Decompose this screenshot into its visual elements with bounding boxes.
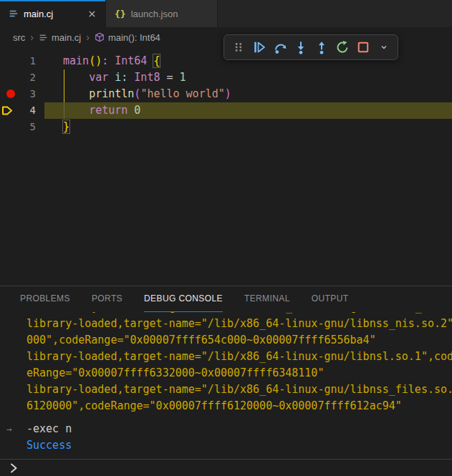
line-number: 2 — [0, 69, 36, 86]
panel-tab-bar: PROBLEMS PORTS DEBUG CONSOLE TERMINAL OU… — [0, 286, 452, 312]
console-row: 000",codeRange="0x00007ffff654c000~0x000… — [0, 332, 452, 349]
breadcrumb-label: src — [13, 32, 25, 43]
step-into-icon[interactable] — [291, 37, 310, 57]
code-line-content[interactable]: var i: Int8 = 1 — [44, 69, 452, 86]
indent-guide — [64, 102, 64, 119]
code-line: 5} — [0, 119, 452, 135]
breadcrumb-separator: › — [86, 31, 90, 43]
file-lines-icon — [9, 9, 19, 19]
tab-main-cj[interactable]: main.cj — [0, 0, 106, 27]
console-row: →-exec n — [0, 421, 452, 437]
json-braces-icon: {} — [115, 9, 126, 19]
console-row: library-loaded,target-name="/lib/x86_64-… — [0, 349, 452, 365]
panel-tab-output[interactable]: OUTPUT — [312, 286, 349, 312]
active-tab-indicator — [0, 0, 105, 1]
editor-gutter[interactable]: 5 — [0, 119, 44, 135]
stop-icon[interactable] — [353, 37, 372, 57]
chevron-right-icon — [9, 463, 19, 473]
editor-gutter[interactable]: 3 — [0, 86, 44, 102]
code-editor: 1main(): Int64 {2 var i: Int8 = 13 print… — [0, 47, 452, 286]
indent-guide-active — [64, 69, 64, 102]
tab-label: launch.json — [131, 9, 178, 19]
debug-console-output[interactable]: library-loaded,target-name="/lib/x86_64-… — [0, 312, 452, 459]
console-row: library-loaded,target-name="/lib/x86_64-… — [0, 316, 452, 332]
breadcrumb-item-src[interactable]: src — [13, 32, 25, 43]
editor-gutter[interactable]: 1 — [0, 53, 44, 69]
continue-icon[interactable] — [249, 37, 269, 57]
code-line: 3 println("hello world") — [0, 86, 452, 102]
line-number: 5 — [0, 119, 36, 135]
symbol-method-icon — [95, 32, 105, 42]
console-row: eRange="0x00007ffff6332000~0x00007ffff63… — [0, 365, 452, 382]
input-echo-arrow-icon: → — [6, 421, 12, 437]
editor-gutter[interactable]: 2 — [0, 69, 44, 86]
debug-console-input[interactable] — [0, 459, 452, 476]
close-icon[interactable] — [87, 9, 97, 19]
code-line-content[interactable]: println("hello world") — [44, 86, 452, 102]
console-row: 6120000",codeRange="0x00007ffff6120000~0… — [0, 398, 452, 414]
breadcrumb-label: main.cj — [52, 32, 81, 43]
step-over-icon[interactable] — [270, 37, 289, 57]
chevron-down-icon[interactable] — [374, 37, 393, 57]
breadcrumb-label: main(): Int64 — [108, 32, 160, 43]
file-lines-icon — [39, 33, 48, 42]
line-number: 3 — [0, 86, 36, 102]
panel-tab-problems[interactable]: PROBLEMS — [20, 286, 70, 312]
code-line-content[interactable]: return 0 — [44, 102, 452, 119]
panel-tab-debug-console[interactable]: DEBUG CONSOLE — [144, 286, 223, 312]
step-out-icon[interactable] — [312, 37, 331, 57]
editor-gutter[interactable]: 4 — [0, 102, 44, 119]
restart-icon[interactable] — [332, 37, 352, 57]
code-line-content[interactable]: } — [44, 119, 452, 135]
line-number: 1 — [0, 53, 36, 69]
code-line: 4 return 0 — [0, 102, 452, 119]
tab-label: main.cj — [24, 9, 53, 19]
panel-tab-ports[interactable]: PORTS — [92, 286, 122, 312]
breadcrumb-separator: › — [30, 31, 34, 43]
breakpoint-icon[interactable] — [6, 89, 15, 98]
panel-tab-terminal[interactable]: TERMINAL — [244, 286, 290, 312]
debug-current-line-arrow-icon — [1, 105, 14, 116]
breadcrumb-item-main-symbol[interactable]: main(): Int64 — [95, 32, 160, 43]
breadcrumb-item-main-cj[interactable]: main.cj — [39, 32, 81, 43]
drag-handle-icon[interactable] — [229, 37, 248, 57]
tab-launch-json[interactable]: {} launch.json — [106, 0, 218, 27]
vscode-debug-window: main.cj {} launch.json src › main.cj › m… — [0, 0, 452, 476]
code-line: 2 var i: Int8 = 1 — [0, 69, 452, 86]
console-row: Success — [0, 437, 452, 454]
editor-tab-bar: main.cj {} launch.json — [0, 0, 452, 27]
console-row: library-loaded,target-name="/lib/x86_64-… — [0, 382, 452, 398]
debug-toolbar — [223, 34, 398, 60]
